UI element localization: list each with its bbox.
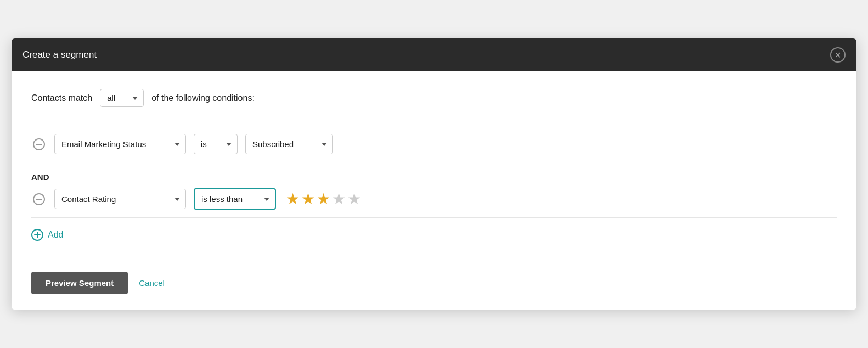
condition-1-field-select[interactable]: Email Marketing Status bbox=[54, 134, 186, 154]
condition-row-2: Contact Rating is less than ★ ★ ★ ★ ★ bbox=[31, 188, 837, 210]
condition-2-operator-select[interactable]: is less than bbox=[194, 188, 276, 210]
close-icon: × bbox=[835, 49, 841, 60]
star-4[interactable]: ★ bbox=[332, 192, 346, 207]
close-button[interactable]: × bbox=[830, 47, 846, 63]
plus-circle-icon bbox=[31, 229, 43, 241]
star-1[interactable]: ★ bbox=[286, 192, 300, 207]
condition-1-value-select[interactable]: Subscribed bbox=[245, 134, 333, 154]
contacts-match-select[interactable]: all any bbox=[100, 89, 144, 107]
modal-title: Create a segment bbox=[22, 49, 97, 60]
condition-2-field-select[interactable]: Contact Rating bbox=[54, 189, 186, 209]
modal-footer: Preview Segment Cancel bbox=[12, 272, 856, 310]
rating-stars[interactable]: ★ ★ ★ ★ ★ bbox=[286, 192, 361, 207]
condition-1-operator-select[interactable]: is bbox=[194, 134, 238, 154]
cancel-button[interactable]: Cancel bbox=[139, 278, 165, 288]
divider-3 bbox=[31, 217, 837, 218]
star-5[interactable]: ★ bbox=[347, 192, 361, 207]
remove-condition-2-button[interactable] bbox=[31, 192, 47, 207]
create-segment-modal: Create a segment × Contacts match all an… bbox=[12, 38, 856, 310]
star-3[interactable]: ★ bbox=[317, 192, 330, 207]
star-2[interactable]: ★ bbox=[301, 192, 315, 207]
divider-1 bbox=[31, 124, 837, 124]
condition-row-1: Email Marketing Status is Subscribed bbox=[31, 134, 837, 154]
preview-segment-button[interactable]: Preview Segment bbox=[31, 272, 128, 294]
modal-body: Contacts match all any of the following … bbox=[12, 71, 856, 272]
conditions-label: of the following conditions: bbox=[151, 93, 255, 103]
add-condition-button[interactable]: Add bbox=[31, 229, 63, 241]
and-label: AND bbox=[31, 172, 837, 182]
remove-condition-1-button[interactable] bbox=[31, 137, 47, 152]
add-label: Add bbox=[48, 230, 63, 240]
minus-circle-icon-2 bbox=[33, 193, 45, 205]
contacts-match-row: Contacts match all any of the following … bbox=[31, 89, 837, 107]
divider-2 bbox=[31, 162, 837, 162]
add-row: Add bbox=[31, 229, 837, 241]
contacts-match-label: Contacts match bbox=[31, 93, 92, 103]
minus-circle-icon bbox=[33, 138, 45, 150]
modal-header: Create a segment × bbox=[12, 38, 856, 71]
